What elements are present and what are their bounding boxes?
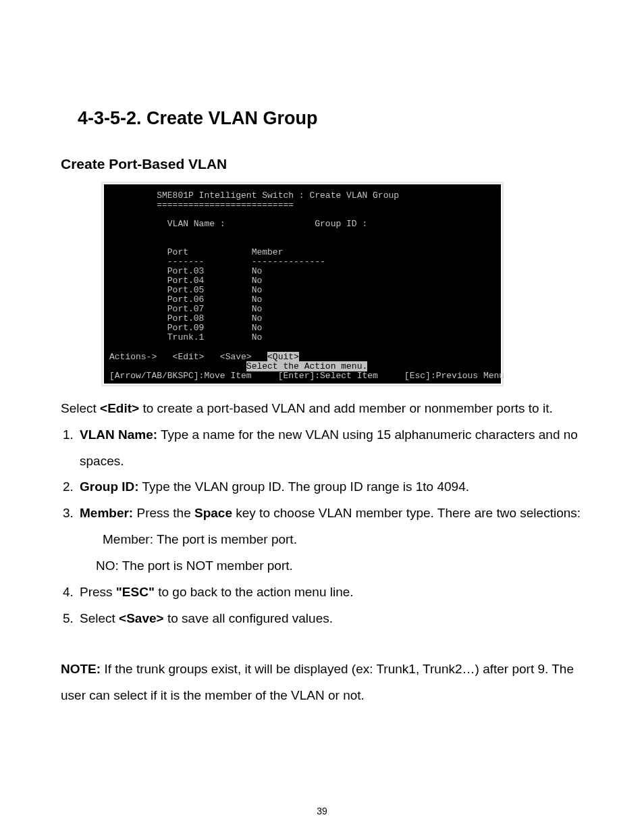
step3-text1: Press the [136,506,194,520]
step5-text-a: Select [80,611,119,625]
step4-text-c: to go back to the action menu line. [155,585,354,599]
intro-text-a: Select [61,401,100,415]
edit-token: <Edit> [100,401,139,415]
step-3: Member: Press the Space key to choose VL… [77,500,583,579]
step-4: Press "ESC" to go back to the action men… [77,579,583,606]
steps-list: VLAN Name: Type a name for the new VLAN … [61,422,583,633]
note-label: NOTE: [61,662,101,676]
terminal-screenshot: SME801P Intelligent Switch : Create VLAN… [101,182,504,386]
step5-text-c: to save all configured values. [164,611,333,625]
section-heading: 4-3-5-2. Create VLAN Group [78,108,583,129]
step-2: Group ID: Type the VLAN group ID. The gr… [77,474,583,500]
note-text: If the trunk groups exist, it will be di… [61,662,574,702]
step2-text: Type the VLAN group ID. The group ID ran… [139,479,469,494]
space-key: Space [194,506,232,520]
step3-label: Member: [80,506,136,520]
subheading: Create Port-Based VLAN [61,156,583,172]
heading-number: 4-3-5-2. [78,108,146,128]
page-number: 39 [0,806,644,816]
esc-token: "ESC" [116,585,155,599]
heading-title: Create VLAN Group [146,108,318,128]
step3-option1: Member: The port is member port. [103,527,583,553]
step3-text2: key to choose VLAN member type. There ar… [232,506,581,520]
step2-label: Group ID: [80,479,139,494]
step4-text-a: Press [80,585,116,599]
step-1: VLAN Name: Type a name for the new VLAN … [77,422,583,475]
note-paragraph: NOTE: If the trunk groups exist, it will… [61,656,583,709]
step-5: Select <Save> to save all configured val… [77,606,583,632]
intro-paragraph: Select <Edit> to create a port-based VLA… [61,396,583,422]
step1-label: VLAN Name: [80,427,157,442]
intro-text-c: to create a port-based VLAN and add memb… [139,401,553,415]
document-page: 4-3-5-2. Create VLAN Group Create Port-B… [0,0,644,834]
step3-option2: NO: The port is NOT member port. [96,553,583,579]
terminal-content: SME801P Intelligent Switch : Create VLAN… [104,184,501,384]
save-token: <Save> [119,611,164,625]
